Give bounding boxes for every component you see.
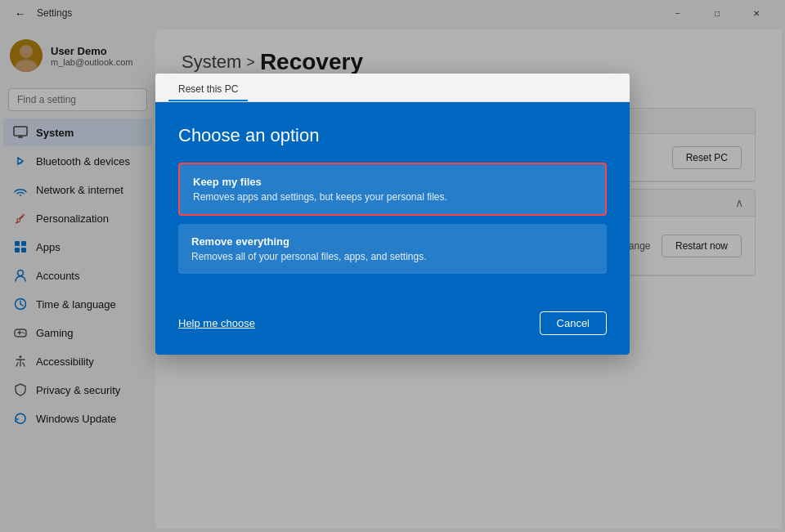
modal-footer: Help me choose Cancel: [155, 302, 630, 355]
remove-everything-option[interactable]: Remove everything Removes all of your pe…: [178, 224, 607, 274]
keep-files-option[interactable]: Keep my files Removes apps and settings,…: [178, 163, 607, 216]
keep-files-desc: Removes apps and settings, but keeps you…: [193, 191, 592, 203]
modal-tab[interactable]: Reset this PC: [168, 78, 248, 101]
modal-dialog: Reset this PC Choose an option Keep my f…: [155, 74, 630, 355]
modal-body: Choose an option Keep my files Removes a…: [155, 102, 630, 302]
help-me-choose-link[interactable]: Help me choose: [178, 317, 255, 329]
keep-files-title: Keep my files: [193, 176, 592, 188]
remove-everything-desc: Removes all of your personal files, apps…: [191, 251, 594, 262]
modal-overlay: Reset this PC Choose an option Keep my f…: [0, 0, 785, 532]
modal-title: Choose an option: [178, 125, 607, 146]
modal-tab-bar: Reset this PC: [155, 74, 630, 102]
remove-everything-title: Remove everything: [191, 235, 594, 248]
cancel-button[interactable]: Cancel: [540, 311, 607, 335]
